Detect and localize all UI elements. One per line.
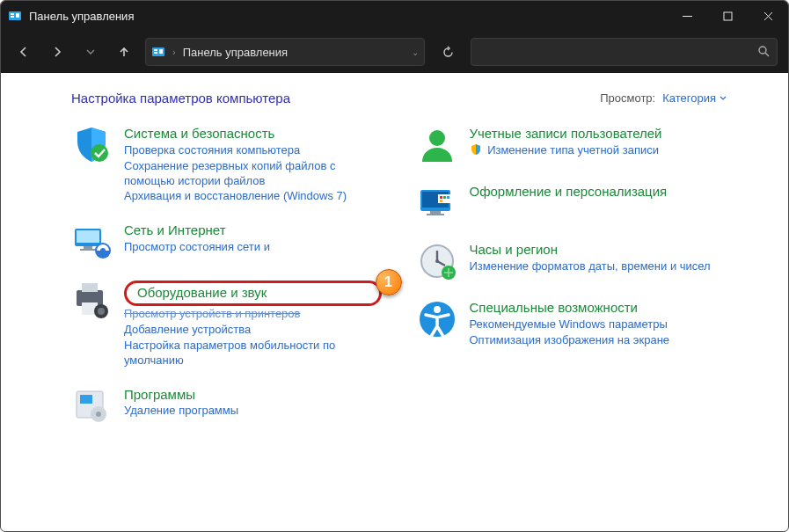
svg-rect-12 xyxy=(77,230,99,243)
svg-rect-4 xyxy=(724,12,732,20)
page-title: Настройка параметров компьютера xyxy=(71,91,290,106)
right-column: Учетные записи пользователей Изменение т… xyxy=(417,125,727,426)
category-system-security: Система и безопасность Проверка состояни… xyxy=(71,125,382,204)
view-selector[interactable]: Просмотр: Категория xyxy=(600,91,727,105)
task-link[interactable]: Рекомендуемые Windows параметры xyxy=(470,317,670,332)
address-text: Панель управления xyxy=(183,46,405,59)
toolbar: › Панель управления ⌄ xyxy=(1,31,788,73)
svg-rect-6 xyxy=(154,49,157,51)
clock-icon xyxy=(417,241,457,281)
task-link[interactable]: Сохранение резервных копий файлов с помо… xyxy=(124,159,382,189)
category-programs: Программы Удаление программы xyxy=(71,386,382,426)
view-label: Просмотр: xyxy=(600,91,655,105)
svg-rect-2 xyxy=(11,16,14,18)
control-panel-addr-icon xyxy=(151,45,165,59)
svg-rect-31 xyxy=(440,196,442,199)
category-user-accounts: Учетные записи пользователей Изменение т… xyxy=(417,125,727,165)
close-button[interactable] xyxy=(748,1,788,31)
network-icon xyxy=(71,222,112,262)
nav-forward-button[interactable] xyxy=(45,40,69,64)
header-row: Настройка параметров компьютера Просмотр… xyxy=(71,91,727,106)
task-link[interactable]: Изменение форматов даты, времени и чисел xyxy=(470,259,711,274)
annotation-badge: 1 xyxy=(376,269,402,295)
svg-rect-22 xyxy=(80,395,92,404)
titlebar: Панель управления xyxy=(1,1,788,31)
shield-icon xyxy=(71,125,112,165)
chevron-right-icon: › xyxy=(172,47,176,57)
task-link[interactable]: Настройка параметров мобильности по умол… xyxy=(124,339,382,368)
category-link[interactable]: Система и безопасность xyxy=(124,126,382,142)
task-link[interactable]: Добавление устройства xyxy=(124,323,382,338)
svg-point-10 xyxy=(91,144,108,162)
task-link[interactable]: Архивация и восстановление (Windows 7) xyxy=(124,189,382,204)
task-link[interactable]: Просмотр состояния сети и xyxy=(124,240,270,255)
svg-rect-1 xyxy=(11,13,14,15)
svg-rect-32 xyxy=(443,196,446,199)
category-link[interactable]: Часы и регион xyxy=(470,242,711,259)
chevron-down-icon xyxy=(720,95,727,102)
highlight-callout: Оборудование и звук 1 xyxy=(124,281,382,306)
left-column: Система и безопасность Проверка состояни… xyxy=(71,125,382,426)
task-link[interactable]: Проверка состояния компьютера xyxy=(124,143,382,158)
svg-rect-14 xyxy=(80,249,96,251)
category-link[interactable]: Специальные возможности xyxy=(470,300,670,317)
search-input[interactable] xyxy=(479,45,757,60)
programs-icon xyxy=(71,386,112,426)
task-link[interactable]: Оптимизация изображения на экране xyxy=(470,333,670,348)
category-link[interactable]: Учетные записи пользователей xyxy=(470,126,662,142)
svg-rect-29 xyxy=(427,214,444,215)
svg-rect-34 xyxy=(440,200,442,202)
maximize-button[interactable] xyxy=(707,1,748,31)
svg-point-24 xyxy=(96,412,101,417)
svg-point-9 xyxy=(759,47,766,54)
personalization-icon xyxy=(417,183,457,223)
task-link[interactable]: Просмотр устройств и принтеров xyxy=(124,307,382,322)
svg-rect-3 xyxy=(16,13,19,18)
svg-rect-28 xyxy=(430,211,441,214)
task-link[interactable]: Изменение типа учетной записи xyxy=(470,143,662,158)
category-link[interactable]: Программы xyxy=(124,387,238,404)
chevron-down-icon[interactable]: ⌄ xyxy=(412,47,419,57)
svg-point-25 xyxy=(429,130,445,146)
svg-point-20 xyxy=(98,308,105,315)
category-accessibility: Специальные возможности Рекомендуемые Wi… xyxy=(417,299,727,348)
category-network: Сеть и Интернет Просмотр состояния сети … xyxy=(71,222,382,262)
user-icon xyxy=(417,125,457,165)
nav-back-button[interactable] xyxy=(11,40,36,64)
nav-up-button[interactable] xyxy=(112,40,136,64)
category-hardware-sound: Оборудование и звук 1 Просмотр устройств… xyxy=(71,280,382,368)
uac-shield-icon xyxy=(470,143,482,156)
content-area: Настройка параметров компьютера Просмотр… xyxy=(1,73,788,444)
category-appearance: Оформление и персонализация xyxy=(417,183,727,223)
search-bar[interactable] xyxy=(471,38,778,66)
category-link[interactable]: Оформление и персонализация xyxy=(470,184,668,200)
category-link[interactable]: Оборудование и звук xyxy=(137,285,267,300)
window-title: Панель управления xyxy=(29,10,134,23)
svg-rect-8 xyxy=(159,49,163,54)
view-value[interactable]: Категория xyxy=(662,91,727,105)
category-link[interactable]: Сеть и Интернет xyxy=(124,222,270,239)
refresh-button[interactable] xyxy=(434,38,462,66)
titlebar-left: Панель управления xyxy=(8,9,134,23)
minimize-button[interactable] xyxy=(667,1,707,31)
search-icon[interactable] xyxy=(757,45,770,60)
control-panel-icon xyxy=(8,9,22,23)
window-buttons xyxy=(667,1,788,31)
svg-rect-13 xyxy=(84,246,92,249)
address-bar[interactable]: › Панель управления ⌄ xyxy=(145,38,425,66)
accessibility-icon xyxy=(417,299,457,339)
svg-rect-33 xyxy=(447,196,449,199)
printer-icon xyxy=(71,280,112,320)
category-clock-region: Часы и регион Изменение форматов даты, в… xyxy=(417,241,727,281)
nav-recent-button[interactable] xyxy=(78,40,103,64)
svg-point-39 xyxy=(434,306,441,313)
category-columns: Система и безопасность Проверка состояни… xyxy=(71,125,727,426)
svg-rect-17 xyxy=(82,283,98,292)
task-link[interactable]: Удаление программы xyxy=(124,404,238,419)
svg-rect-7 xyxy=(154,52,157,54)
